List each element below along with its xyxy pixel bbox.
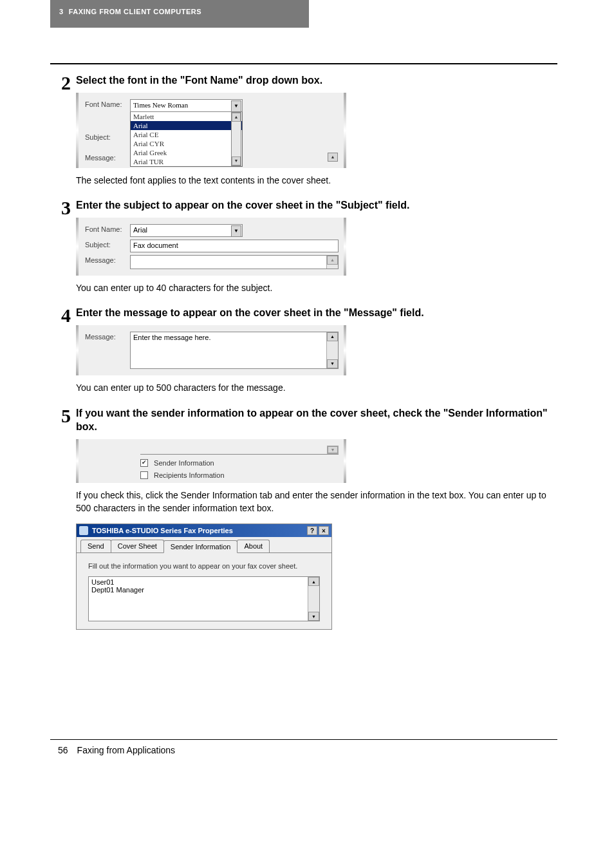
chevron-down-icon[interactable]: ▼ xyxy=(231,225,241,237)
label-font-name: Font Name: xyxy=(85,224,130,233)
help-button[interactable]: ? xyxy=(307,526,317,535)
tab-send[interactable]: Send xyxy=(80,540,111,552)
step-2-title: Select the font in the "Font Name" drop … xyxy=(76,73,557,88)
step-5-title: If you want the sender information to ap… xyxy=(76,406,557,434)
sender-info-textarea[interactable]: User01 Dept01 Manager ▲ ▼ xyxy=(88,576,320,621)
sender-info-checkbox[interactable]: ✔ xyxy=(140,459,148,467)
step-2-screenshot: Font Name: Times New Roman ▼ Marlett Ari… xyxy=(76,93,346,168)
font-name-dropdown[interactable]: Times New Roman ▼ xyxy=(130,99,243,112)
recipients-info-checkbox[interactable] xyxy=(140,471,148,479)
textarea-scrollbar[interactable]: ▲ ▼ xyxy=(326,332,338,368)
options-scrollbar[interactable]: ▲ ▼ xyxy=(231,112,241,166)
step-5-desc: If you check this, click the Sender Info… xyxy=(76,489,557,514)
step-3-screenshot: Font Name: Arial ▼ Subject: xyxy=(76,218,346,276)
label-message: Message: xyxy=(85,255,130,264)
subject-input[interactable]: Fax document xyxy=(130,240,339,252)
step-2: 2 Select the font in the "Font Name" dro… xyxy=(50,73,557,196)
font-option[interactable]: Arial TUR xyxy=(131,157,242,166)
tab-sender-information[interactable]: Sender Information xyxy=(163,540,238,553)
step-4-desc: You can enter up to 500 characters for t… xyxy=(76,382,557,395)
step-4: 4 Enter the message to appear on the cov… xyxy=(50,306,557,403)
scroll-down-icon[interactable]: ▼ xyxy=(232,156,241,165)
sender-info-value: User01 Dept01 Manager xyxy=(91,578,144,594)
scroll-up-icon[interactable]: ▲ xyxy=(328,153,338,162)
scroll-down-icon[interactable]: ▼ xyxy=(308,612,319,621)
page-number: 56 xyxy=(58,745,68,755)
page-footer: 56 Faxing from Applications xyxy=(50,740,557,755)
font-option[interactable]: Arial CYR xyxy=(131,139,242,148)
font-name-value: Times New Roman xyxy=(133,101,188,109)
textarea-scrollbar[interactable]: ▲ ▼ xyxy=(308,577,319,621)
scroll-down-icon[interactable]: ▼ xyxy=(328,446,338,453)
font-option[interactable]: Marlett xyxy=(131,112,242,121)
rule-top xyxy=(50,63,557,64)
textarea-scrollbar[interactable]: ▼ xyxy=(327,446,339,454)
page-footer-title: Faxing from Applications xyxy=(77,745,176,755)
fax-properties-dialog: TOSHIBA e-STUDIO Series Fax Properties ?… xyxy=(76,524,332,630)
step-2-desc: The selected font applies to the text co… xyxy=(76,175,557,187)
label-font-name: Font Name: xyxy=(85,99,130,108)
recipients-info-label: Recipients Information xyxy=(154,471,224,479)
font-name-value: Arial xyxy=(133,226,147,234)
font-option[interactable]: Arial Greek xyxy=(131,148,242,157)
scroll-up-icon[interactable]: ▲ xyxy=(308,577,319,586)
message-textarea[interactable]: Enter the message here. ▲ ▼ xyxy=(130,332,339,369)
dialog-title: TOSHIBA e-STUDIO Series Fax Properties xyxy=(92,527,233,534)
font-option[interactable]: Arial CE xyxy=(131,130,242,139)
step-4-title: Enter the message to appear on the cover… xyxy=(76,306,557,320)
font-option-selected[interactable]: Arial xyxy=(131,121,242,130)
step-2-number: 2 xyxy=(50,73,76,196)
sender-info-label: Sender Information xyxy=(154,459,214,467)
step-3-title: Enter the subject to appear on the cover… xyxy=(76,198,557,212)
font-name-options-list[interactable]: Marlett Arial Arial CE Arial CYR Arial G… xyxy=(130,112,243,167)
scroll-up-icon[interactable]: ▲ xyxy=(327,256,338,265)
step-5: 5 If you want the sender information to … xyxy=(50,406,557,630)
running-header: 3 FAXING FROM CLIENT COMPUTERS xyxy=(50,0,309,28)
tab-cover-sheet[interactable]: Cover Sheet xyxy=(111,540,164,552)
header-section-number: 3 xyxy=(59,8,64,15)
message-textarea-cutoff: ▼ xyxy=(140,446,339,455)
scroll-up-icon[interactable]: ▲ xyxy=(232,113,241,122)
step-3-number: 3 xyxy=(50,198,76,303)
step-5-number: 5 xyxy=(50,406,76,630)
dialog-tabs: Send Cover Sheet Sender Information Abou… xyxy=(77,537,331,553)
scroll-up-icon[interactable]: ▲ xyxy=(327,332,338,341)
label-message: Message: xyxy=(85,332,130,341)
scroll-down-icon[interactable]: ▼ xyxy=(327,359,338,368)
message-textarea[interactable]: ▲ xyxy=(130,255,339,269)
step-5-screenshot-checkboxes: ▼ ✔ Sender Information Recipients Inform xyxy=(76,439,346,483)
textarea-scrollbar[interactable]: ▲ xyxy=(326,256,338,269)
message-value: Enter the message here. xyxy=(133,334,210,341)
label-subject: Subject: xyxy=(85,240,130,249)
subject-value: Fax document xyxy=(133,241,178,249)
close-button[interactable]: × xyxy=(319,526,329,535)
chevron-down-icon[interactable]: ▼ xyxy=(231,100,241,112)
tab-about[interactable]: About xyxy=(237,540,270,552)
app-icon xyxy=(79,526,88,535)
step-4-screenshot: Message: Enter the message here. ▲ ▼ xyxy=(76,325,346,375)
step-3: 3 Enter the subject to appear on the cov… xyxy=(50,198,557,303)
label-subject: Subject: xyxy=(85,132,130,141)
dialog-titlebar[interactable]: TOSHIBA e-STUDIO Series Fax Properties ?… xyxy=(77,524,331,537)
step-3-desc: You can enter up to 40 characters for th… xyxy=(76,282,557,295)
font-name-dropdown[interactable]: Arial ▼ xyxy=(130,224,243,237)
step-4-number: 4 xyxy=(50,306,76,403)
dialog-hint: Fill out the information you want to app… xyxy=(88,562,320,570)
header-section-title: FAXING FROM CLIENT COMPUTERS xyxy=(69,8,202,15)
label-message: Message: xyxy=(85,153,130,162)
